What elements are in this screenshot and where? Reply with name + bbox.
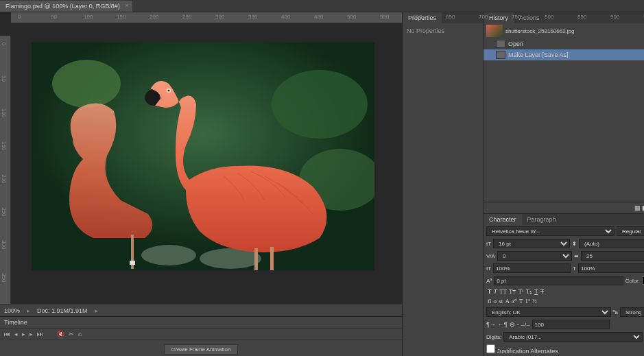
- vscale-input[interactable]: [493, 263, 571, 273]
- leading-icon: ⬍: [572, 241, 577, 247]
- digits-label: Digits:: [486, 334, 501, 340]
- kerning-select[interactable]: 0: [497, 251, 572, 261]
- doc-size: Doc: 1.91M/1.91M: [37, 307, 88, 314]
- kerning-icon: V/A: [486, 253, 495, 259]
- font-style-select[interactable]: Regular: [617, 226, 644, 236]
- baseline-icon: Aª: [486, 278, 492, 284]
- bold-button[interactable]: T: [488, 288, 492, 295]
- history-thumb: [486, 25, 503, 37]
- transition-icon[interactable]: ⎌: [78, 331, 82, 337]
- svg-point-2: [272, 70, 368, 139]
- svg-rect-7: [130, 261, 135, 265]
- antialias-select[interactable]: Strong: [620, 307, 644, 317]
- tracking-icon: ⬌: [574, 253, 579, 259]
- dir-rtl-icon[interactable]: ←¶: [498, 321, 508, 328]
- italic-button[interactable]: T: [494, 288, 498, 295]
- discretionary-button[interactable]: 1ˢ: [525, 298, 530, 305]
- image-content: [32, 43, 374, 270]
- character-tab[interactable]: Character: [484, 214, 522, 225]
- fraction-button[interactable]: ½: [532, 298, 537, 305]
- history-item[interactable]: Open: [484, 38, 644, 49]
- goto-last-icon[interactable]: ⏭: [37, 331, 43, 337]
- font-size-select[interactable]: 16 pt: [493, 239, 570, 248]
- oldstyle-button[interactable]: σ: [494, 298, 497, 305]
- font-family-select[interactable]: Helvetica Neue W...: [486, 226, 615, 236]
- strike-button[interactable]: T: [540, 288, 545, 295]
- svg-point-9: [168, 90, 170, 92]
- smallcaps-button[interactable]: Tᴛ: [509, 288, 516, 295]
- percent-input[interactable]: [532, 320, 610, 329]
- ligature-button[interactable]: fi: [488, 298, 492, 305]
- goto-first-icon[interactable]: ⏮: [4, 331, 10, 337]
- titling-button[interactable]: A: [505, 298, 510, 305]
- history-source[interactable]: shutterstock_258160662.jpg: [484, 23, 644, 38]
- play-icon[interactable]: ▸: [22, 331, 25, 337]
- justification-alternates-checkbox[interactable]: [486, 344, 495, 353]
- digits-select[interactable]: Arabic (017...: [503, 332, 643, 342]
- panel-icon[interactable]: ▦: [634, 204, 641, 211]
- next-frame-icon[interactable]: ▸: [29, 331, 33, 337]
- svg-point-1: [52, 60, 121, 108]
- allcaps-button[interactable]: TT: [499, 288, 507, 295]
- status-bar: 100% ▸ Doc: 1.91M/1.91M ▸: [0, 304, 402, 316]
- glyph-icon[interactable]: ⊕: [510, 321, 515, 328]
- dir-ltr-icon[interactable]: ¶→: [486, 321, 496, 328]
- audio-icon[interactable]: 🔇: [57, 331, 64, 337]
- leading-select[interactable]: (Auto): [579, 239, 644, 248]
- fractions-button[interactable]: T: [519, 298, 523, 305]
- properties-tab[interactable]: Properties: [403, 12, 442, 23]
- history-item[interactable]: Make Layer [Save As]: [484, 49, 644, 60]
- hscale-input[interactable]: [578, 263, 644, 273]
- superscript-button[interactable]: T¹: [518, 288, 524, 295]
- hscale-icon: T: [573, 265, 576, 272]
- properties-body: No Properties: [403, 23, 483, 38]
- vscale-icon: IT: [486, 265, 491, 272]
- create-frame-animation-button[interactable]: Create Frame Animation: [164, 344, 239, 355]
- font-size-icon: tT: [486, 241, 491, 247]
- svg-point-4: [141, 245, 196, 265]
- svg-rect-10: [254, 248, 258, 270]
- baseline-input[interactable]: [494, 276, 623, 285]
- svg-rect-11: [270, 247, 274, 270]
- split-icon[interactable]: ✂: [69, 331, 74, 337]
- ruler-vertical: 0501001502002503003504004505005506006507…: [0, 36, 11, 304]
- subscript-button[interactable]: T₁: [526, 288, 533, 295]
- tracking-select[interactable]: 25: [581, 251, 644, 261]
- ruler-horizontal: 0501001502002503003504004505005506006507…: [11, 12, 402, 23]
- zoom-level[interactable]: 100%: [4, 307, 20, 314]
- paragraph-tab[interactable]: Paragraph: [522, 214, 562, 225]
- document-tab[interactable]: Flamingo.psd @ 100% (Layer 0, RGB/8#): [0, 1, 132, 12]
- canvas-area: 0501001502002503003504004505005506006507…: [0, 12, 402, 356]
- prev-frame-icon[interactable]: ◂: [14, 331, 18, 337]
- color-label: Color:: [625, 278, 640, 284]
- underline-button[interactable]: T: [534, 288, 538, 295]
- hyphen-icon[interactable]: -: [517, 321, 519, 328]
- stylistic-button[interactable]: st: [499, 298, 503, 305]
- timeline-tab[interactable]: Timeline: [0, 317, 402, 329]
- language-select[interactable]: English: UK: [486, 307, 611, 317]
- history-tab[interactable]: History: [484, 12, 514, 23]
- timeline-panel: Timeline ⏮ ◂ ▸ ▸ ⏭ 🔇 ✂ ⎌ Create Frame An…: [0, 316, 402, 356]
- ordinals-button[interactable]: aᵈ: [512, 298, 517, 305]
- canvas[interactable]: [32, 43, 374, 270]
